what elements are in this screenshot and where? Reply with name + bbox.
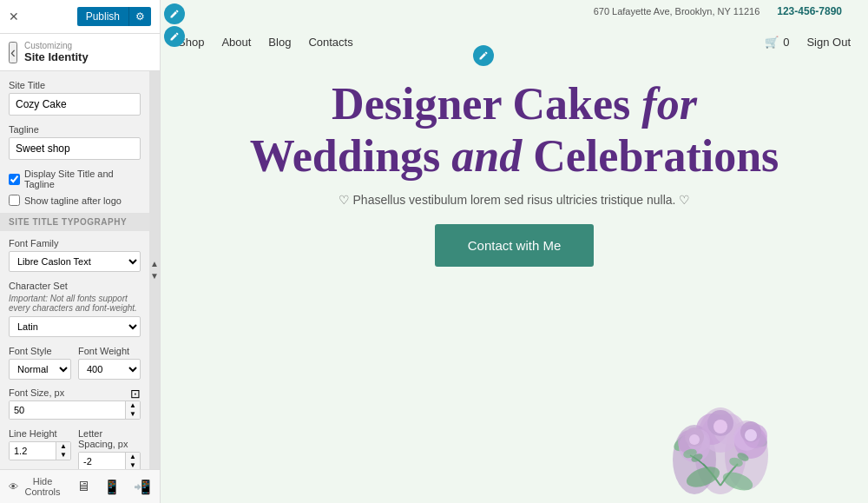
top-bar: 670 Lafayette Ave, Brooklyn, NY 11216 12… [161, 0, 868, 23]
letter-spacing-up[interactable]: ▲ [126, 453, 140, 461]
letter-spacing-wrapper: ▲ ▼ [78, 452, 141, 469]
cart-area[interactable]: 🛒 0 [765, 36, 789, 49]
hero-italic-and: and [451, 131, 522, 181]
responsive-icon[interactable]: ⊡ [130, 387, 141, 400]
svg-point-21 [745, 429, 757, 441]
hero-content: Designer Cakes for Weddings and Celebrat… [161, 78, 868, 267]
nav-about[interactable]: About [221, 36, 251, 49]
cta-button[interactable]: Contact with Me [435, 224, 595, 267]
main-nav: Shop About Blog Contacts 🛒 0 Sign Out [161, 23, 868, 61]
character-set-select[interactable]: Latin [9, 316, 141, 337]
tagline-label: Tagline [9, 124, 141, 135]
panel-scrollable: Site Title Tagline Display Site Title an… [0, 71, 149, 469]
typography-section-divider: SITE TITLE TYPOGRAPHY [0, 213, 149, 231]
show-tagline-checkbox[interactable] [9, 195, 20, 206]
font-weight-label: Font Weight [78, 346, 141, 356]
letter-spacing-down[interactable]: ▼ [126, 461, 140, 469]
eye-icon: 👁 [9, 481, 18, 492]
scroll-up-button[interactable]: ▲ [150, 260, 159, 268]
font-style-weight-row: Font Style Normal Font Weight 400 [9, 346, 141, 380]
section-title: Site Identity [24, 50, 89, 63]
publish-gear-button[interactable]: ⚙ [128, 7, 151, 26]
font-style-group: Font Style Normal [9, 346, 71, 380]
line-height-letter-spacing-row: Line Height ▲ ▼ Letter Spacing, px [9, 428, 141, 469]
panel-scroll-arrows: ▲ ▼ [149, 71, 160, 469]
hide-controls-label: Hide Controls [22, 476, 63, 497]
character-set-note: Important: Not all fonts support every c… [9, 294, 141, 313]
line-height-down[interactable]: ▼ [56, 451, 70, 460]
tagline-group: Tagline [9, 124, 141, 160]
flowers-svg [625, 381, 816, 503]
font-weight-group: Font Weight 400 [78, 346, 141, 380]
nav-blog[interactable]: Blog [268, 36, 291, 49]
scroll-down-button[interactable]: ▼ [150, 272, 159, 281]
back-button[interactable]: ‹ [9, 42, 17, 63]
customizing-label: Customizing [24, 41, 89, 50]
character-set-group: Character Set Important: Not all fonts s… [9, 281, 141, 337]
font-size-label: Font Size, px [9, 387, 64, 398]
hero-line1: Designer Cakes for [332, 79, 697, 129]
letter-spacing-label: Letter Spacing, px [78, 428, 141, 449]
close-button[interactable]: ✕ [9, 10, 19, 23]
panel-top-bar: ✕ Publish ⚙ [0, 0, 160, 34]
svg-point-16 [689, 434, 700, 445]
publish-group: Publish ⚙ [77, 7, 151, 26]
font-size-up[interactable]: ▲ [126, 401, 140, 410]
site-title-label: Site Title [9, 80, 141, 90]
font-family-select-row: Libre Caslon Text [9, 251, 141, 272]
character-set-label: Character Set [9, 281, 141, 291]
font-size-input[interactable] [10, 401, 125, 419]
mobile-icon-button[interactable]: 📲 [134, 479, 151, 495]
letter-spacing-spin: ▲ ▼ [125, 453, 140, 469]
show-tagline-group: Show tagline after logo [9, 195, 141, 206]
edit-icon-hero[interactable] [473, 45, 494, 66]
nav-contacts[interactable]: Contacts [308, 36, 352, 49]
section-header: ‹ Customizing Site Identity [0, 34, 160, 71]
cart-count: 0 [783, 36, 789, 49]
panel-footer: 👁 Hide Controls 🖥 📱 📲 [0, 469, 160, 503]
desktop-icon-button[interactable]: 🖥 [76, 479, 90, 494]
display-site-title-checkbox[interactable] [9, 174, 20, 185]
line-height-label: Line Height [9, 428, 71, 439]
top-bar-phone: 123-456-7890 [777, 5, 842, 17]
publish-button[interactable]: Publish [77, 7, 128, 26]
customizer-panel: ✕ Publish ⚙ ‹ Customizing Site Identity … [0, 0, 161, 503]
site-title-group: Site Title [9, 80, 141, 116]
hero-subtitle: ♡ Phasellus vestibulum lorem sed risus u… [339, 193, 691, 207]
tablet-icon-button[interactable]: 📱 [103, 479, 121, 495]
hide-controls-button[interactable]: 👁 Hide Controls [9, 476, 63, 497]
display-site-title-group: Display Site Title and Tagline [9, 169, 141, 189]
cart-icon: 🛒 [765, 36, 779, 49]
font-style-label: Font Style [9, 346, 71, 356]
hero-headline: Designer Cakes for Weddings and Celebrat… [250, 78, 779, 182]
letter-spacing-group: Letter Spacing, px ▲ ▼ [78, 428, 141, 469]
letter-spacing-input[interactable] [79, 453, 125, 469]
font-size-wrapper: ▲ ▼ [9, 400, 141, 420]
edit-icon-nav[interactable] [164, 26, 185, 47]
line-height-group: Line Height ▲ ▼ [9, 428, 71, 469]
sign-out-link[interactable]: Sign Out [806, 36, 851, 49]
line-height-input[interactable] [10, 442, 56, 460]
font-size-group: Font Size, px ⊡ ▲ ▼ [9, 387, 141, 420]
hero-italic-for: for [641, 79, 697, 129]
tagline-input[interactable] [9, 137, 141, 160]
line-height-up[interactable]: ▲ [56, 442, 70, 451]
font-size-down[interactable]: ▼ [126, 410, 140, 419]
show-tagline-label: Show tagline after logo [24, 195, 122, 206]
flowers-area [625, 381, 816, 503]
site-title-input[interactable] [9, 93, 141, 116]
panel-body: Site Title Tagline Display Site Title an… [0, 71, 160, 469]
top-bar-address: 670 Lafayette Ave, Brooklyn, NY 11216 [594, 6, 760, 17]
font-weight-select[interactable]: 400 [78, 359, 141, 380]
preview-pane: 670 Lafayette Ave, Brooklyn, NY 11216 12… [161, 0, 868, 503]
font-family-select[interactable]: Libre Caslon Text [9, 251, 141, 272]
panel-title-group: Customizing Site Identity [24, 41, 89, 63]
font-family-label: Font Family [9, 238, 141, 248]
line-height-spin: ▲ ▼ [56, 442, 70, 460]
font-size-spin: ▲ ▼ [125, 401, 140, 419]
font-family-group: Font Family Libre Caslon Text [9, 238, 141, 272]
line-height-wrapper: ▲ ▼ [9, 441, 71, 460]
edit-icon-top-left[interactable] [164, 3, 185, 24]
font-style-select[interactable]: Normal [9, 359, 71, 380]
svg-point-7 [713, 420, 727, 434]
